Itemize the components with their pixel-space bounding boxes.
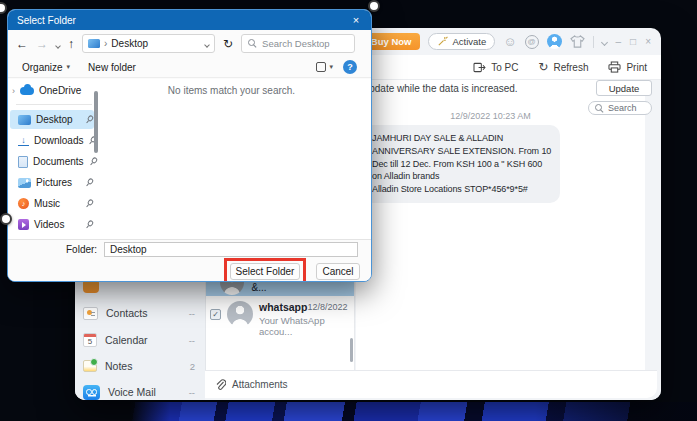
avatar (227, 301, 253, 327)
tree-item-documents[interactable]: Documents (10, 152, 94, 171)
panel-margin (645, 135, 661, 370)
print-button[interactable]: Print (608, 61, 647, 73)
sidebar-item-voice-mail[interactable]: Voice Mail -- (83, 380, 199, 400)
update-notice-text: Update while the data is increased. (362, 83, 518, 94)
checkbox-checked[interactable]: ✓ (210, 309, 221, 320)
view-options-button[interactable]: ▾ (316, 62, 333, 72)
tree-item-label: OneDrive (39, 85, 81, 96)
message-bubble: JAMHURI DAY SALE & ALLADIN ANNIVERSARY S… (363, 125, 560, 203)
window-controls: – □ × (602, 36, 651, 47)
activate-label: Activate (452, 36, 486, 47)
select-folder-button[interactable]: Select Folder (230, 263, 300, 280)
dialog-body: › OneDrive Desktop ↓ Downloads D (8, 79, 371, 239)
up-button[interactable]: ↑ (68, 38, 74, 50)
message-line: ANNIVERSARY SALE EXTENSION. From 10 (372, 145, 551, 158)
organize-button[interactable]: Organize ▾ (22, 62, 70, 73)
account-icon[interactable] (547, 34, 562, 49)
activate-button[interactable]: Activate (428, 33, 495, 50)
new-folder-button[interactable]: New folder (88, 62, 136, 73)
desktop: Buy Now Activate ☺ @ – □ × To PC (0, 0, 697, 421)
voice-mail-icon (83, 385, 100, 400)
attachments-bar[interactable]: Attachments (205, 370, 657, 398)
expander-icon[interactable]: › (12, 86, 15, 96)
tree-item-videos[interactable]: Videos (10, 215, 94, 234)
tree-item-downloads[interactable]: ↓ Downloads (10, 131, 94, 150)
empty-results-text: No items match your search. (100, 85, 363, 96)
organize-label: Organize (22, 62, 63, 73)
sidebar-item-count: -- (189, 387, 199, 398)
sidebar-item-count: -- (189, 335, 199, 346)
dialog-nav-bar: ← → ↑ › Desktop ↻ Search Desktop (8, 30, 371, 57)
list-scrollbar[interactable] (350, 338, 353, 362)
view-caret-icon: ▾ (329, 63, 333, 71)
folder-tree: › OneDrive Desktop ↓ Downloads D (8, 79, 100, 239)
folder-label: Folder: (66, 244, 97, 255)
to-pc-label: To PC (491, 62, 518, 73)
search-placeholder: Search Desktop (262, 38, 330, 49)
theme-tshirt-icon[interactable] (570, 35, 585, 48)
dialog-toolbar: Organize ▾ New folder ▾ ? (8, 57, 371, 78)
back-button[interactable]: ← (16, 38, 28, 50)
recent-locations-chevron-icon[interactable] (56, 38, 60, 50)
maximize-button[interactable]: □ (630, 36, 636, 47)
tree-item-music[interactable]: ♪ Music (10, 194, 94, 213)
sidebar-item-label: Voice Mail (108, 386, 156, 398)
feedback-smiley-icon[interactable]: ☺ (503, 35, 516, 49)
breadcrumb-separator: › (104, 38, 107, 49)
message-preview: Your WhatsApp accou... (259, 315, 346, 337)
tree-scrollbar[interactable] (94, 91, 98, 153)
tree-item-pictures[interactable]: Pictures (10, 173, 94, 192)
message-timestamp: 12/9/2022 10:23 AM (356, 111, 625, 121)
sidebar-item-calendar[interactable]: 5 Calendar -- (83, 328, 199, 352)
close-button[interactable]: × (645, 36, 651, 47)
to-pc-icon (473, 62, 486, 73)
sidebar-item-contacts[interactable]: Contacts -- (83, 301, 199, 325)
videos-icon (18, 219, 29, 230)
paperclip-icon (215, 379, 226, 391)
onedrive-cloud-icon (20, 87, 34, 95)
print-icon (608, 61, 621, 73)
pin-icon (87, 155, 100, 168)
dialog-footer: Folder: Select Folder Cancel (8, 239, 371, 281)
to-pc-button[interactable]: To PC (473, 62, 518, 73)
folder-name-input[interactable] (104, 242, 358, 257)
dropdown-chevron-icon[interactable] (602, 36, 607, 47)
buy-now-label: Buy Now (371, 36, 412, 47)
message-line: JAMHURI DAY SALE & ALLADIN (372, 132, 551, 145)
documents-icon (18, 156, 28, 168)
minimize-button[interactable]: – (616, 36, 622, 47)
tree-item-label: Desktop (36, 114, 73, 125)
breadcrumb: Desktop (111, 38, 148, 49)
calendar-icon: 5 (83, 333, 97, 347)
support-at-icon[interactable]: @ (525, 35, 539, 49)
message-list-item-whatsapp[interactable]: ✓ whatsapp 12/8/2022 Your WhatsApp accou… (206, 296, 354, 330)
dialog-close-button[interactable]: × (341, 10, 371, 30)
tree-item-desktop[interactable]: Desktop (10, 110, 94, 129)
search-input[interactable]: Search Desktop (241, 34, 355, 53)
desktop-icon (18, 115, 31, 125)
downloads-icon: ↓ (18, 136, 29, 146)
address-bar[interactable]: › Desktop (82, 34, 215, 53)
sidebar-item-count: -- (189, 308, 199, 319)
annotation-handle (368, 0, 380, 12)
titlebar-divider (593, 36, 594, 48)
message-line: Dec till 12 Dec. From KSH 100 a " KSH 60… (372, 158, 551, 171)
help-button[interactable]: ? (343, 60, 357, 74)
refresh-button[interactable]: ↻ Refresh (538, 60, 588, 74)
update-button[interactable]: Update (596, 80, 652, 96)
pictures-icon (18, 178, 31, 188)
annotation-handle (0, 2, 7, 14)
sidebar-item-label: Contacts (106, 307, 147, 319)
address-dropdown-chevron-icon[interactable] (205, 38, 209, 49)
tree-item-label: Documents (33, 156, 84, 167)
conversation-panel: Update while the data is increased. Upda… (356, 80, 645, 370)
view-icon (316, 62, 326, 72)
pin-icon (83, 218, 96, 231)
tree-separator (16, 104, 92, 105)
refresh-button[interactable]: ↻ (223, 38, 233, 50)
forward-button[interactable]: → (36, 38, 48, 50)
search-icon (248, 39, 257, 48)
cancel-button[interactable]: Cancel (316, 263, 360, 280)
tree-item-onedrive[interactable]: › OneDrive (10, 81, 94, 100)
sidebar-item-notes[interactable]: Notes 2 (83, 354, 199, 378)
